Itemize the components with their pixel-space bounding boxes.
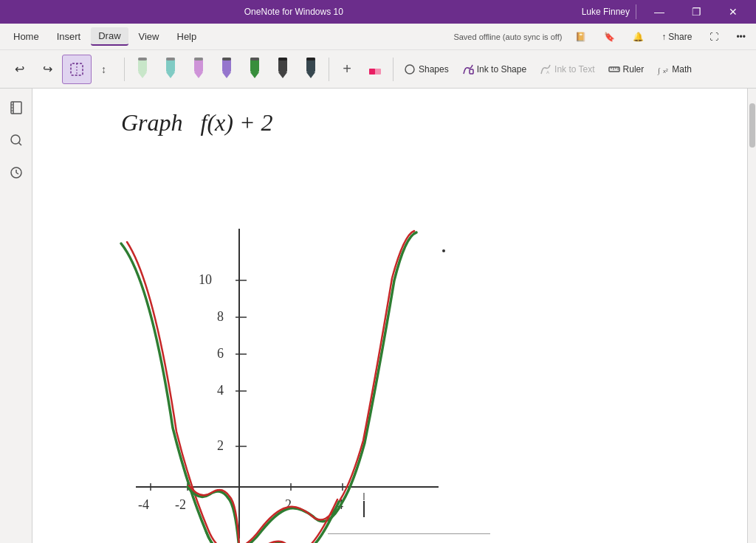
svg-marker-7 [166,72,175,78]
menu-view[interactable]: View [131,28,167,45]
sync-status: Saved offline (auto sync is off) [453,32,562,41]
separator-3 [393,58,394,81]
shapes-button[interactable]: Shapes [398,60,455,78]
page-title-text: Graph f(x) + 2 [121,109,273,136]
ink-to-shape-label: Ink to Shape [477,64,526,75]
sidebar-recent-icon[interactable] [3,159,30,186]
svg-marker-13 [222,72,231,78]
svg-marker-4 [138,72,147,78]
ink-to-shape-button[interactable]: Ink to Shape [456,60,532,78]
pen-tool-7[interactable] [298,55,324,84]
bell-icon: 🔔 [633,32,644,42]
expand-icon: ⛶ [709,32,718,42]
add-pen-button[interactable]: + [334,55,360,84]
pen-1-icon [134,56,151,83]
sidebar-notebook-icon[interactable] [3,94,30,121]
svg-marker-10 [194,72,203,78]
bell-icon-btn[interactable]: 🔔 [628,30,648,44]
svg-line-45 [16,173,18,174]
eraser-icon [367,61,383,77]
ruler-button[interactable]: Ruler [602,60,650,78]
ink-to-text-button[interactable]: A Ink to Text [534,60,600,78]
expand-icon-btn[interactable]: ⛶ [705,30,723,44]
more-options-button[interactable]: ••• [732,30,750,44]
menubar-right: Saved offline (auto sync is off) 📔 🔖 🔔 ↑… [453,30,750,44]
close-button[interactable]: ✕ [716,0,750,24]
notebook-icon [8,100,24,116]
svg-rect-5 [138,58,147,60]
svg-marker-19 [278,72,287,78]
svg-point-41 [11,135,20,144]
text-cursor [363,501,365,517]
svg-text:8: 8 [217,309,224,324]
sidebar-search-icon[interactable] [3,127,30,153]
separator-2 [329,58,329,81]
pen-2-icon [162,56,179,83]
svg-point-26 [405,65,414,74]
shapes-label: Shapes [419,64,449,75]
menu-help[interactable]: Help [170,28,205,45]
pen-tool-6[interactable] [269,55,296,84]
menu-insert[interactable]: Insert [49,28,89,45]
pen-tool-5[interactable] [241,55,268,84]
toolbar: ↩ ↪ ↕ [0,50,756,89]
svg-text:A: A [546,70,549,75]
page-canvas: Graph f(x) + 2 10 8 6 [32,89,747,543]
pen-4-icon [218,56,236,83]
menu-home[interactable]: Home [6,28,47,45]
svg-text:6: 6 [217,346,224,361]
type-select-icon: ↕ [98,61,114,77]
pen-tool-2[interactable] [157,55,184,84]
ruler-icon [608,63,620,75]
main-layout: Graph f(x) + 2 10 8 6 [0,89,756,543]
minimize-button[interactable]: — [642,0,676,24]
clock-icon [9,165,24,180]
notebook-icon-btn[interactable]: 📔 [571,30,591,44]
ink-to-text-icon: A [540,63,551,75]
svg-rect-20 [278,58,287,60]
user-name: Luke Finney [582,7,630,17]
svg-rect-23 [306,58,315,60]
window-controls: — ❐ ✕ [642,0,750,24]
page-content[interactable]: Graph f(x) + 2 10 8 6 [32,89,747,543]
share-icon: ↑ [662,32,666,42]
separator-1 [124,58,125,81]
svg-text:x²: x² [663,68,668,75]
scrollbar-thumb[interactable] [749,103,755,148]
cursor-char: I [362,491,365,502]
ink-to-text-label: Ink to Text [554,64,594,75]
ink-to-shape-icon [462,63,474,75]
pen-tool-4[interactable] [213,55,240,84]
math-icon: ∫ x² [657,63,669,75]
svg-text:-2: -2 [175,497,186,512]
bookmark-icon-btn[interactable]: 🔖 [599,30,619,44]
svg-rect-11 [194,58,203,60]
pen-tool-1[interactable] [129,55,156,84]
svg-rect-25 [369,69,375,75]
shapes-icon [404,63,416,75]
undo-button[interactable]: ↩ [6,55,32,84]
svg-text:-4: -4 [138,497,149,512]
share-button[interactable]: ↑ Share [657,30,696,44]
lasso-select-button[interactable] [62,55,92,84]
eraser-button[interactable] [362,55,388,84]
scrollbar[interactable] [747,89,756,543]
menu-draw[interactable]: Draw [91,27,128,46]
svg-text:4: 4 [217,383,224,398]
menubar: Home Insert Draw View Help Saved offline… [0,24,756,50]
pen-6-icon [274,56,292,83]
math-button[interactable]: ∫ x² Math [651,60,698,78]
svg-marker-22 [306,72,315,78]
lasso-icon [69,61,85,77]
math-label: Math [672,64,692,75]
restore-button[interactable]: ❐ [679,0,713,24]
bookmark-icon: 🔖 [604,32,615,42]
search-icon [9,133,24,148]
type-select-button[interactable]: ↕ [93,55,120,84]
pen-tool-3[interactable] [185,55,212,84]
svg-text:10: 10 [199,272,212,287]
svg-text:2: 2 [217,438,224,453]
pen-7-icon [302,56,320,83]
redo-button[interactable]: ↪ [34,55,61,84]
svg-text:∫: ∫ [657,66,661,75]
